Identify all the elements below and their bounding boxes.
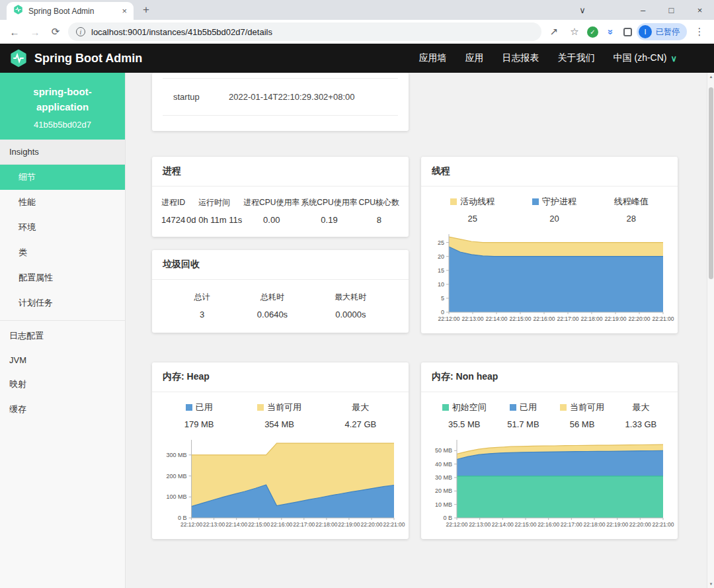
legend-label: 最大 [352,401,369,413]
heap-memory-card: 内存: Heap 已用 179 MB 当前可用 354 MB 最大 [152,362,409,539]
window-controls: ∨ – □ × [563,0,714,20]
svg-text:22:21:00: 22:21:00 [383,521,405,528]
nav-item-about[interactable]: 关于我们 [558,52,595,64]
sidebar-item-loggers[interactable]: 日志配置 [0,323,125,349]
stat-col-system-cpu: 系统CPU使用率 0.19 [301,197,357,225]
tab-close-icon[interactable]: × [122,6,127,16]
threads-card-title: 线程 [421,157,678,187]
sidebar-item-environment[interactable]: 环境 [0,215,125,240]
legend-value: 35.5 MB [442,419,487,429]
startup-key: startup [173,92,213,102]
svg-text:22:13:00: 22:13:00 [461,315,483,322]
threads-legend: 活动线程 25 守护进程 20 线程峰值 28 [432,196,667,224]
svg-text:22:17:00: 22:17:00 [561,521,582,528]
svg-text:22:15:00: 22:15:00 [248,521,270,528]
instance-id: 41b5b5bd02d7 [7,120,118,130]
window-minimize-button[interactable]: – [629,5,657,15]
svg-text:22:15:00: 22:15:00 [509,315,531,322]
sidebar-item-jvm[interactable]: JVM [0,349,125,372]
stat-header: 总计 [194,292,210,303]
legend-item-committed: 当前可用 354 MB [257,401,301,429]
adblock-extension-icon[interactable]: ✓ [587,26,598,38]
stat-value: 14724 [161,215,185,225]
spring-boot-admin-logo-icon [9,49,28,67]
stat-value: 0.00 [263,215,280,225]
stat-header: CPU核心数 [359,197,399,208]
window-maximize-button[interactable]: □ [657,5,686,15]
stat-value: 0d 0h 11m 11s [186,215,242,225]
sidebar-item-config-props[interactable]: 配置属性 [0,265,125,290]
browser-tab[interactable]: Spring Boot Admin × [7,2,134,20]
new-tab-button[interactable]: + [143,3,149,17]
page-scrollbar[interactable]: ▲ ▼ [707,73,714,588]
stat-col-pid: 进程ID 14724 [161,197,185,225]
process-stats: 进程ID 14724 运行时间 0d 0h 11m 11s 进程CPU使用率 0… [152,187,409,237]
svg-text:0 B: 0 B [443,515,452,521]
svg-text:22:16:00: 22:16:00 [270,521,292,528]
legend-item-max: 最大 4.27 GB [345,401,377,429]
language-label: 中国 (zh-CN) [614,52,667,64]
nav-item-wallboard[interactable]: 应用墙 [419,52,447,64]
legend-value: 28 [614,214,649,224]
url-text[interactable]: localhost:9001/instances/41b5b5bd02d7/de… [91,27,272,37]
legend-value: 179 MB [184,419,214,429]
sidebar-item-scheduled-tasks[interactable]: 计划任务 [0,290,125,315]
svg-text:22:16:00: 22:16:00 [537,521,559,528]
tab-search-caret-icon[interactable]: ∨ [563,5,602,15]
legend-label: 最大 [632,401,649,413]
legend-swatch [442,404,449,411]
svg-text:22:12:00: 22:12:00 [446,521,467,528]
address-bar[interactable]: i localhost:9001/instances/41b5b5bd02d7/… [68,22,541,41]
browser-menu-icon[interactable]: ⋮ [692,26,707,38]
svg-text:100 MB: 100 MB [167,493,187,500]
sidebar-item-mappings[interactable]: 映射 [0,372,125,397]
refresh-button[interactable]: ⟳ [48,26,63,38]
sidebar-item-classes[interactable]: 类 [0,240,125,265]
instance-name: spring-boot-application [19,84,106,115]
scrollbar-thumb[interactable] [709,87,713,279]
extension-icon[interactable] [623,28,632,36]
profile-paused-badge[interactable]: I 已暂停 [637,23,687,40]
nav-item-journal[interactable]: 日志报表 [502,52,539,64]
nav-item-applications[interactable]: 应用 [465,52,484,64]
threads-chart: 051015202522:12:0022:13:0022:14:0022:15:… [432,230,667,323]
sidebar-item-details[interactable]: 细节 [0,165,125,190]
scroll-down-icon[interactable]: ▼ [707,580,714,588]
window-close-button[interactable]: × [686,5,714,15]
forward-button[interactable]: → [27,26,43,38]
svg-text:22:13:00: 22:13:00 [469,521,491,528]
legend-swatch [560,404,567,411]
scroll-up-icon[interactable]: ▲ [707,73,714,81]
gc-card-title: 垃圾回收 [152,250,409,280]
svg-text:22:12:00: 22:12:00 [180,521,202,528]
svg-text:30 MB: 30 MB [435,474,452,481]
legend-item-peak-threads: 线程峰值 28 [614,196,649,224]
site-info-icon[interactable]: i [76,27,85,36]
legend-label: 已用 [520,401,537,413]
svg-text:200 MB: 200 MB [167,473,187,480]
threads-card: 线程 活动线程 25 守护进程 20 线程峰值 28 [421,157,678,333]
sidebar-item-metrics[interactable]: 性能 [0,190,125,215]
sidebar-item-caches[interactable]: 缓存 [0,397,125,422]
language-selector[interactable]: 中国 (zh-CN) ∨ [614,52,677,64]
legend-item-initial: 初始空间 35.5 MB [442,401,487,429]
svg-text:22:19:00: 22:19:00 [604,315,626,322]
svg-text:0 B: 0 B [178,515,187,521]
legend-label: 活动线程 [460,196,495,208]
main-content: startup 2022-01-14T22:10:29.302+08:00 进程… [126,73,714,588]
download-chevrons-icon[interactable]: » [606,24,617,40]
process-card: 进程 进程ID 14724 运行时间 0d 0h 11m 11s 进程CPU使用… [152,157,409,237]
svg-text:20 MB: 20 MB [435,487,452,494]
legend-item-live-threads: 活动线程 25 [450,196,495,224]
sidebar: spring-boot-application 41b5b5bd02d7 Ins… [0,73,126,588]
legend-value: 56 MB [560,419,604,429]
startup-row: startup 2022-01-14T22:10:29.302+08:00 [163,78,398,116]
share-icon[interactable]: ↗ [546,26,562,38]
stat-value: 0.0640s [257,310,288,319]
app-title: Spring Boot Admin [34,52,142,65]
legend-item-daemon-threads: 守护进程 20 [532,196,576,224]
back-button[interactable]: ← [7,26,22,38]
svg-text:22:13:00: 22:13:00 [203,521,225,528]
bookmark-star-icon[interactable]: ☆ [567,26,582,38]
svg-text:300 MB: 300 MB [167,452,187,458]
